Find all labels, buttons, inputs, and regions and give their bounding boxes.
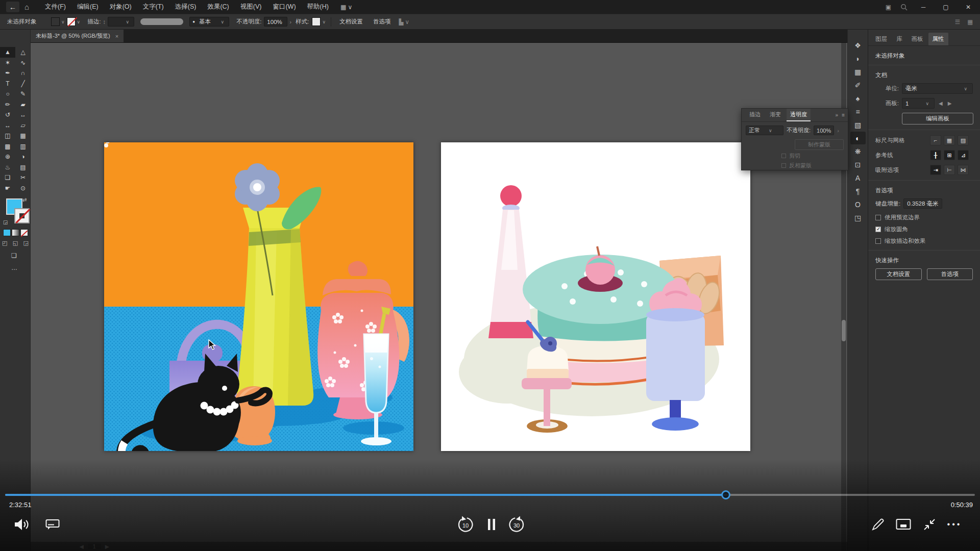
- arrange-documents-icon[interactable]: ▦ ∨: [340, 4, 352, 11]
- stroke-stepper-icon[interactable]: ↕: [103, 19, 106, 25]
- show-guides-icon[interactable]: ╂: [930, 150, 941, 160]
- forward-30-button[interactable]: 30: [506, 514, 527, 535]
- collapse-button[interactable]: [922, 514, 937, 535]
- pencil-tool[interactable]: ✏: [0, 99, 15, 110]
- swap-colors-icon[interactable]: ⇄: [22, 197, 27, 203]
- menu-help[interactable]: 帮助(H): [303, 1, 333, 13]
- symbols-icon[interactable]: ♠: [850, 92, 866, 105]
- paragraph-icon[interactable]: ¶: [850, 185, 866, 197]
- menu-window[interactable]: 窗口(W): [268, 1, 300, 13]
- gradient-mode-button[interactable]: [12, 229, 19, 236]
- more-options-button[interactable]: •••: [944, 514, 965, 535]
- snap-grid-icon[interactable]: ⇥: [930, 165, 941, 175]
- character-icon[interactable]: A: [850, 171, 866, 184]
- variable-width-profile[interactable]: [140, 18, 183, 25]
- eyedropper-tool[interactable]: ⊕: [0, 152, 15, 162]
- draw-normal-icon[interactable]: ◰: [2, 240, 7, 246]
- rotate-tool[interactable]: ↺: [0, 110, 15, 120]
- screen-mode-icon[interactable]: ❏: [11, 252, 17, 259]
- subtitles-button[interactable]: [44, 514, 61, 535]
- annotate-button[interactable]: [870, 514, 886, 535]
- style-carat-icon[interactable]: ∨: [322, 19, 326, 24]
- graphic-styles-icon[interactable]: ⊡: [850, 158, 866, 171]
- panel-grid-icon[interactable]: ▦: [967, 18, 973, 26]
- paintbrush-tool[interactable]: ✎: [15, 89, 31, 99]
- snap-pixel-icon[interactable]: ⋈: [958, 165, 969, 175]
- units-select[interactable]: 毫米 ∨: [902, 83, 973, 94]
- blend-mode-select[interactable]: 正常 ∨: [746, 126, 783, 135]
- transparency-icon[interactable]: ◐: [850, 132, 866, 144]
- quick-preferences-button[interactable]: 首选项: [927, 268, 973, 280]
- slice-tool[interactable]: ✂: [15, 172, 31, 183]
- menu-edit[interactable]: 编辑(E): [72, 1, 103, 13]
- hand-tool[interactable]: ☛: [0, 183, 15, 194]
- artboard-select[interactable]: 1 ∨: [902, 98, 935, 109]
- mini-player-button[interactable]: [895, 514, 912, 535]
- panel-menu-icon[interactable]: ≡: [842, 112, 845, 118]
- artboard-tool[interactable]: ❏: [0, 172, 15, 183]
- smart-guides-icon[interactable]: ⊿: [958, 150, 969, 160]
- brushes-icon[interactable]: ✐: [850, 79, 866, 91]
- lasso-tool[interactable]: ∿: [15, 58, 31, 68]
- home-icon[interactable]: ⌂: [24, 3, 29, 11]
- toolbar-stroke-swatch[interactable]: [14, 208, 30, 223]
- menu-effect[interactable]: 效果(C): [203, 1, 233, 13]
- align-options-icon[interactable]: ▙ ∨: [399, 18, 409, 26]
- gradient-icon[interactable]: ▧: [850, 118, 866, 131]
- stroke-weight-select[interactable]: ∨: [108, 17, 134, 27]
- direct-selection-tool[interactable]: △: [15, 47, 31, 58]
- panel-opacity-value[interactable]: 100%: [814, 126, 834, 135]
- menu-select[interactable]: 选择(S): [170, 1, 201, 13]
- close-button[interactable]: ✕: [962, 4, 975, 11]
- color-mode-button[interactable]: [3, 229, 11, 236]
- checkbox-scale-corners[interactable]: 缩放圆角: [875, 226, 973, 233]
- graph-tool[interactable]: ▤: [15, 162, 31, 173]
- curvature-tool[interactable]: ∩: [15, 68, 31, 79]
- perspective-grid-tool[interactable]: ▦: [15, 131, 31, 141]
- stroke-carat-icon[interactable]: ∨: [77, 19, 81, 24]
- volume-button[interactable]: [12, 514, 31, 535]
- document-setup-button[interactable]: 文档设置: [334, 18, 368, 26]
- float-tab-gradient[interactable]: 渐变: [766, 109, 785, 121]
- line-tool[interactable]: ╱: [15, 79, 31, 89]
- quick-document-setup-button[interactable]: 文档设置: [875, 268, 922, 280]
- pen-tool[interactable]: ✒: [0, 68, 15, 79]
- player-progress-track[interactable]: [5, 494, 975, 496]
- document-close-icon[interactable]: ×: [115, 33, 118, 39]
- artboard-1[interactable]: [104, 142, 413, 451]
- swatches-icon[interactable]: ▦: [850, 65, 866, 78]
- tab-libraries[interactable]: 库: [892, 33, 906, 45]
- brush-definition-select[interactable]: ● 基本 ∨: [189, 17, 229, 27]
- eraser-tool[interactable]: ▰: [15, 99, 31, 110]
- panel-collapse-icon[interactable]: »: [836, 112, 839, 118]
- menu-type[interactable]: 文字(T): [138, 1, 168, 13]
- shape-builder-tool[interactable]: ◫: [0, 131, 15, 141]
- pause-button[interactable]: [484, 514, 499, 535]
- tab-artboards[interactable]: 画板: [908, 33, 927, 45]
- grid-icon[interactable]: ▦: [944, 135, 955, 145]
- color-icon[interactable]: ◗: [850, 52, 866, 65]
- transparency-grid-icon[interactable]: ▨: [958, 135, 969, 145]
- opacity-value[interactable]: 100%: [264, 17, 287, 27]
- edit-artboards-button[interactable]: 编辑画板: [902, 113, 973, 124]
- back-button[interactable]: ←: [6, 2, 19, 12]
- appearance-icon[interactable]: ❋: [850, 145, 866, 158]
- player-progress-handle[interactable]: [721, 490, 730, 499]
- menu-view[interactable]: 视图(V): [236, 1, 266, 13]
- snap-point-icon[interactable]: ⊢: [944, 165, 955, 175]
- keyboard-increment-value[interactable]: 0.3528 毫米: [903, 198, 942, 209]
- magic-wand-tool[interactable]: ✶: [0, 58, 15, 68]
- menu-object[interactable]: 对象(O): [105, 1, 136, 13]
- opacity-more-icon[interactable]: ›: [837, 128, 839, 134]
- free-transform-tool[interactable]: ▱: [15, 120, 31, 131]
- checkbox-preview-bounds[interactable]: 使用预览边界: [875, 214, 973, 221]
- prev-artboard-icon[interactable]: ◀: [938, 101, 944, 106]
- lock-guides-icon[interactable]: ⊞: [944, 150, 955, 160]
- shape-tool[interactable]: ○: [0, 89, 15, 99]
- rulers-icon[interactable]: ⌐: [930, 135, 941, 145]
- float-tab-transparency[interactable]: 透明度: [787, 109, 811, 121]
- rewind-10-button[interactable]: 10: [455, 514, 476, 535]
- scrollbar-thumb[interactable]: [842, 320, 846, 341]
- opentype-icon[interactable]: O: [850, 198, 866, 211]
- maximize-button[interactable]: ▢: [939, 4, 952, 11]
